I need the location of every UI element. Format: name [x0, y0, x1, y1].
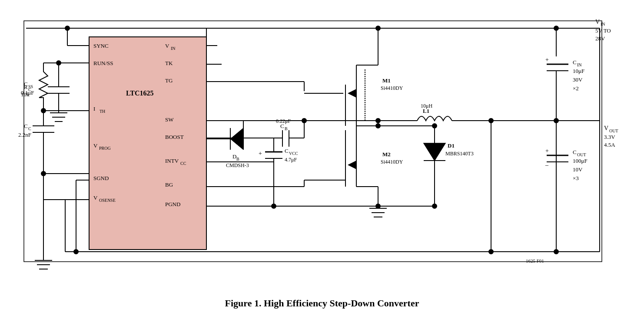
ic-body [89, 37, 206, 250]
db-triangle [230, 128, 243, 150]
ith-node [56, 61, 61, 65]
pin-boost: BOOST [165, 134, 184, 140]
cb-val: 0.22μF [276, 118, 291, 124]
pin-intvcc: INTV [165, 158, 179, 164]
vout-sub: OUT [609, 128, 618, 133]
cout-qty: ×3 [573, 175, 579, 181]
cin-val: 10μF [573, 68, 584, 74]
vin-text: V [595, 19, 600, 25]
cvcc-plus: + [259, 150, 262, 157]
cout-top-node [554, 118, 558, 123]
rc-val: 10k [21, 91, 30, 98]
db-sub: B [236, 157, 239, 161]
ic-name: LTC1625 [126, 89, 153, 97]
pin-tg: TG [165, 77, 173, 84]
pin-vosense: V [93, 194, 98, 201]
cin-label: C [573, 59, 577, 66]
pin-ith-sub: TH [100, 109, 105, 114]
d1-triangle [424, 143, 445, 161]
vin-sub: IN [601, 22, 605, 26]
pin-runss: RUN/SS [93, 60, 113, 66]
rc-resistor [39, 63, 48, 111]
cc-node [41, 108, 46, 113]
sync-vin-node [65, 26, 70, 30]
vout-val: 3.3V [604, 134, 615, 140]
cout-plus: + [545, 148, 549, 154]
cc-sub: C [28, 126, 31, 131]
vin-val2: 28V [595, 35, 605, 42]
pin-intvcc-sub: CC [180, 161, 186, 166]
cb-sw-node [302, 118, 306, 123]
figure-id: 1625 F01 [526, 258, 544, 263]
cout-label: C [573, 149, 577, 155]
figure-caption: Figure 1. High Efficiency Step-Down Conv… [0, 298, 644, 309]
cvcc-label: C [285, 148, 289, 154]
pin-vin-sub: IN [171, 46, 176, 51]
pin-vin-right: V [165, 43, 169, 49]
cin-sub: IN [577, 62, 582, 67]
l1-val: 10μH [421, 103, 432, 109]
cin-rating: 30V [573, 76, 583, 83]
m1-arrow [348, 89, 356, 98]
m2-part: Si4410DY [381, 159, 403, 165]
main-container: text { font-family: 'Times New Roman', T… [0, 0, 644, 322]
m2-arrow [348, 161, 356, 169]
pin-tk: TK [165, 60, 173, 66]
m1-label: M1 [382, 77, 391, 84]
cout-sub: OUT [577, 152, 586, 157]
pin-sw: SW [165, 116, 174, 123]
pin-sgnd: SGND [93, 175, 109, 181]
m2-label: M2 [382, 151, 391, 158]
cin-qty: ×2 [573, 85, 579, 92]
cin-plus: + [545, 56, 549, 63]
l1-coil [417, 116, 452, 121]
cb-sub: B [285, 126, 288, 131]
pin-vosense-sub: OSENSE [99, 198, 116, 203]
pin-vprog-sub: PROG [99, 146, 111, 151]
cvcc-sub: VCC [289, 151, 298, 156]
cc-val: 2.2nF [18, 131, 31, 138]
d1-part: MBRS140T3 [445, 151, 474, 157]
pin-vprog: V [93, 142, 98, 149]
m1-part: Si4410DY [381, 85, 403, 91]
cvcc-val: 4.7μF [285, 157, 297, 163]
cout-minus: – [545, 162, 549, 168]
vout-curr: 4.5A [604, 141, 615, 148]
d1-label: D1 [448, 142, 455, 149]
rc-label: R [24, 84, 28, 90]
db-part: CMDSH-3 [226, 162, 249, 168]
cout-val: 100μF [573, 158, 588, 164]
circuit-diagram: text { font-family: 'Times New Roman', T… [0, 0, 644, 295]
cout-rating: 10V [573, 166, 583, 173]
pin-sync: SYNC [93, 43, 109, 49]
cc-label: C [24, 123, 28, 129]
pin-pgnd: PGND [165, 201, 180, 207]
vout-text: V [604, 125, 608, 131]
db-label: D [232, 153, 236, 160]
pin-ith: I [93, 105, 95, 112]
pin-bg: BG [165, 181, 173, 188]
